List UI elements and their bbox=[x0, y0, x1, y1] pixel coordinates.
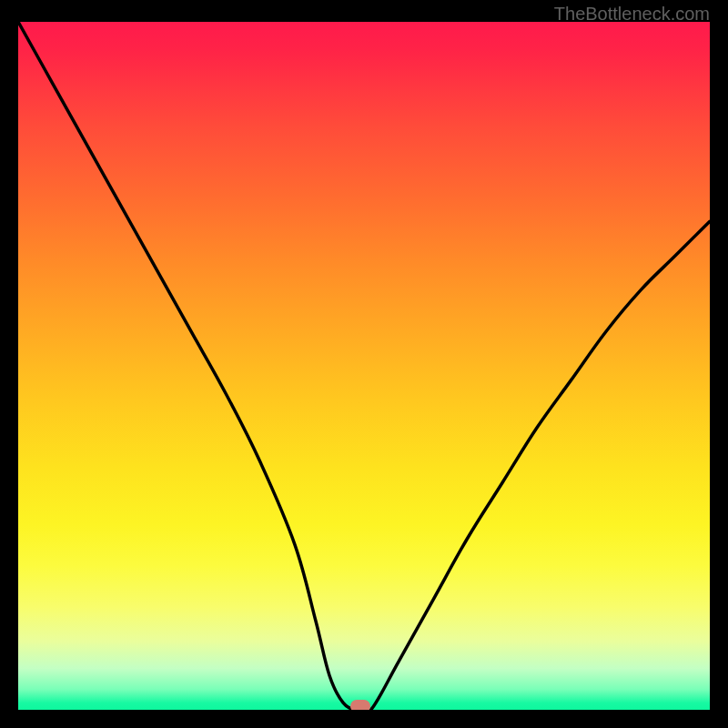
chart-container: TheBottleneck.com bbox=[0, 0, 728, 728]
optimum-marker bbox=[350, 700, 370, 710]
curve-svg bbox=[18, 22, 710, 710]
plot-area bbox=[18, 22, 710, 710]
watermark-text: TheBottleneck.com bbox=[554, 4, 710, 25]
curve-path bbox=[18, 22, 710, 710]
